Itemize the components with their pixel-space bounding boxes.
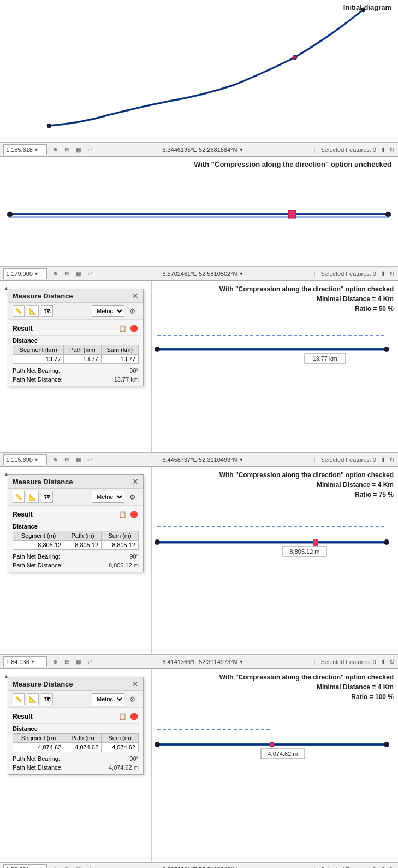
pan-icon[interactable]: ⊕ [50, 145, 60, 155]
refresh-button-2[interactable]: ↻ [389, 270, 395, 278]
tool-icon-map-4[interactable]: 🗺 [41, 491, 53, 503]
dialog-close-3[interactable]: ✕ [132, 291, 139, 300]
status-bar-1: 1:185,618 ▼ ⊕ ⊞ ▦ ⇄ 6.3446195°E 52.26816… [0, 142, 398, 156]
pause-button-1[interactable]: ⏸ [379, 146, 386, 154]
pause-button-2[interactable]: ⏸ [379, 270, 386, 278]
selected-features-4: Selected Features: 0 [320, 659, 376, 665]
scale-input-3[interactable]: 1:115,690 ▼ [3, 454, 47, 465]
grid-icon-4[interactable]: ▦ [73, 657, 83, 667]
tool-icon-map[interactable]: 🗺 [41, 305, 53, 317]
grid-icon-2[interactable]: ▦ [73, 269, 83, 279]
collapse-icon-5[interactable]: ▲ [3, 672, 9, 680]
gear-button-4[interactable]: ⚙ [127, 491, 139, 503]
scale-input-1[interactable]: 1:185,618 ▼ [3, 144, 47, 155]
unit-select-3[interactable]: Metric [92, 305, 124, 317]
result-row-5: Result 📋 🔴 [13, 710, 139, 724]
bearing-val-5: 90° [129, 755, 139, 762]
pause-button-5[interactable]: ⏸ [379, 866, 386, 869]
svg-point-14 [155, 347, 160, 352]
map-button-4[interactable]: 🔴 [129, 509, 139, 519]
refresh-button-1[interactable]: ↻ [389, 146, 395, 154]
pan-icon-2[interactable]: ⊕ [50, 269, 60, 279]
sum-val-3: 13.77 [101, 355, 138, 364]
map-svg-5: 4,074.62 m [152, 713, 398, 860]
diagram-canvas-1: Initial diagram [0, 0, 398, 142]
gear-button-3[interactable]: ⚙ [127, 305, 139, 317]
grid-icon[interactable]: ▦ [73, 145, 83, 155]
refresh-button-5[interactable]: ↻ [389, 866, 395, 869]
nav-icon[interactable]: ⇄ [85, 145, 94, 155]
measure-distance-dialog-3: Measure Distance ✕ 📏 📐 🗺 Metric ⚙ [8, 289, 144, 386]
pause-button-4[interactable]: ⏸ [379, 658, 386, 666]
bearing-row-5: Path Net Bearing: 90° [13, 754, 139, 763]
map-tools-3: ⊕ ⊞ ▦ ⇄ [50, 455, 94, 465]
gear-button-5[interactable]: ⚙ [127, 693, 139, 705]
svg-rect-22 [313, 539, 318, 546]
bearing-val-3: 90° [129, 367, 139, 374]
dialog-close-4[interactable]: ✕ [132, 477, 139, 486]
tool-icon-tape-5[interactable]: 📏 [13, 693, 25, 705]
scale-input-2[interactable]: 1:179,000 ▼ [3, 268, 47, 279]
nav-icon-2[interactable]: ⇄ [85, 269, 94, 279]
map-button-3[interactable]: 🔴 [129, 324, 139, 333]
path-val-3: 13.77 [64, 355, 101, 364]
tool-icon-segment-4[interactable]: 📐 [27, 491, 39, 503]
unit-select-5[interactable]: Metric [92, 693, 124, 705]
net-dist-val-3: 13.77 km [114, 376, 139, 383]
refresh-button-3[interactable]: ↻ [389, 456, 395, 464]
nav-icon-3[interactable]: ⇄ [85, 455, 94, 465]
result-label-3: Result [13, 325, 33, 332]
nav-icon-4[interactable]: ⇄ [85, 657, 94, 667]
diagram-svg-1 [0, 0, 398, 142]
zoom-icon[interactable]: ⊞ [62, 145, 72, 155]
scale-input-4[interactable]: 1:84,036 ▼ [3, 656, 47, 667]
dialog-toolbar-4: 📏 📐 🗺 Metric ⚙ [8, 489, 143, 506]
dialog-body-5: Result 📋 🔴 Distance Segment (m) Path (m) [8, 708, 143, 774]
pan-icon-3[interactable]: ⊕ [50, 455, 60, 465]
zoom-icon-5[interactable]: ⊞ [62, 865, 72, 869]
panel-5-content: ▲ Measure Distance ✕ 📏 📐 🗺 Metric [0, 669, 398, 862]
status-bar-5: 1:52,381 ▼ ⊕ ⊞ ▦ ⇄ 6.3852291°E 52.310234… [0, 862, 398, 868]
unit-select-4[interactable]: Metric [92, 491, 124, 503]
panel-1: Initial diagram 1:185,618 ▼ ⊕ ⊞ ▦ ⇄ 6.3 [0, 0, 398, 157]
nav-icon-5[interactable]: ⇄ [85, 865, 94, 869]
tool-icon-tape[interactable]: 📏 [13, 305, 25, 317]
map-tools-4: ⊕ ⊞ ▦ ⇄ [50, 657, 94, 667]
panel-1-title: Initial diagram [343, 3, 391, 11]
selected-features-1: Selected Features: 0 [320, 146, 376, 153]
tool-icon-tape-4[interactable]: 📏 [13, 491, 25, 503]
panel-5: ▲ Measure Distance ✕ 📏 📐 🗺 Metric [0, 669, 398, 868]
zoom-icon-3[interactable]: ⊞ [62, 455, 72, 465]
grid-icon-3[interactable]: ▦ [73, 455, 83, 465]
grid-icon-5[interactable]: ▦ [73, 865, 83, 869]
zoom-icon-2[interactable]: ⊞ [62, 269, 72, 279]
copy-button-3[interactable]: 📋 [117, 324, 127, 333]
svg-point-21 [155, 539, 160, 545]
pause-button-3[interactable]: ⏸ [379, 456, 386, 464]
refresh-button-4[interactable]: ↻ [389, 658, 395, 666]
tool-icon-segment[interactable]: 📐 [27, 305, 39, 317]
distance-table-3: Segment (km) Path (km) Sum (km) 13.77 13… [13, 345, 139, 364]
copy-button-5[interactable]: 📋 [117, 712, 127, 722]
tool-icon-map-5[interactable]: 🗺 [41, 693, 53, 705]
svg-rect-10 [288, 210, 296, 218]
tool-icon-segment-5[interactable]: 📐 [27, 693, 39, 705]
collapse-icon-4[interactable]: ▲ [3, 470, 9, 478]
dialog-close-5[interactable]: ✕ [132, 679, 139, 688]
svg-point-9 [385, 212, 391, 217]
net-dist-row-3: Path Net Distance: 13.77 km [13, 375, 139, 384]
dialog-side-5: ▲ Measure Distance ✕ 📏 📐 🗺 Metric [0, 669, 152, 862]
pan-icon-4[interactable]: ⊕ [50, 657, 60, 667]
segment-val-3: 13.77 [13, 355, 64, 364]
coord-display-4: 6.4141366°E 52.3114973°N ▼ [98, 659, 308, 665]
svg-text:13.77 km: 13.77 km [312, 355, 337, 362]
copy-button-4[interactable]: 📋 [117, 509, 127, 519]
map-button-5[interactable]: 🔴 [129, 712, 139, 722]
zoom-icon-4[interactable]: ⊞ [62, 657, 72, 667]
scale-input-5[interactable]: 1:52,381 ▼ [3, 864, 47, 869]
collapse-icon-3[interactable]: ▲ [3, 284, 9, 292]
pan-icon-5[interactable]: ⊕ [50, 865, 60, 869]
bearing-label-5: Path Net Bearing: [13, 755, 60, 762]
col-sum-4: Sum (m) [102, 531, 139, 541]
result-row-3: Result 📋 🔴 [13, 322, 139, 336]
